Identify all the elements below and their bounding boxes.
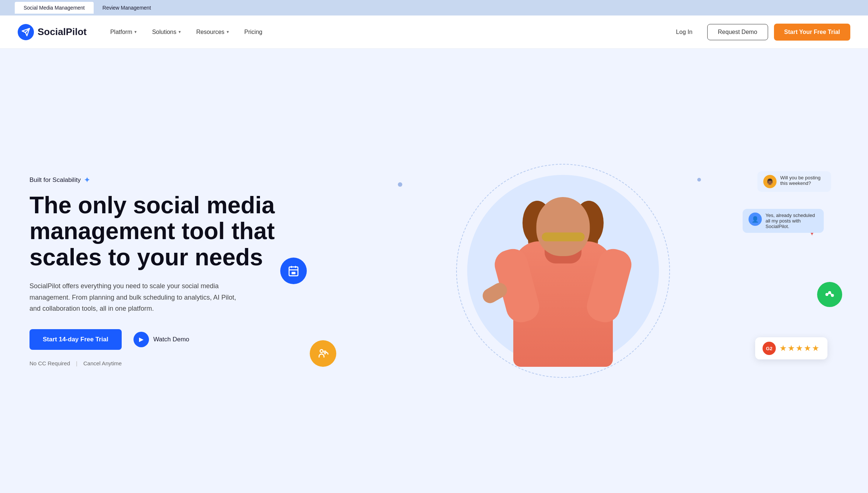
request-demo-button[interactable]: Request Demo: [707, 24, 768, 40]
trial-button[interactable]: Start 14-day Free Trial: [29, 329, 122, 350]
chevron-down-icon: ▼: [178, 30, 181, 34]
nav-right: Log In Request Demo Start Your Free Tria…: [667, 24, 850, 41]
sparkle-icon: ✦: [84, 175, 90, 185]
chat-avatar-2: 👤: [749, 213, 762, 226]
nav-pricing[interactable]: Pricing: [239, 26, 268, 38]
logo-text: SocialPilot: [38, 26, 87, 38]
svg-point-5: [320, 349, 323, 352]
nav-solutions[interactable]: Solutions ▼: [146, 26, 187, 38]
navbar: SocialPilot Platform ▼ Solutions ▼ Resou…: [0, 15, 868, 49]
logo-link[interactable]: SocialPilot: [18, 24, 87, 40]
team-bubble: [310, 340, 336, 367]
nav-links: Platform ▼ Solutions ▼ Resources ▼ Prici…: [104, 26, 667, 38]
nav-platform[interactable]: Platform ▼: [104, 26, 143, 38]
svg-line-11: [831, 293, 832, 295]
topbar-review-management[interactable]: Review Management: [94, 2, 160, 14]
logo-icon: [18, 24, 34, 40]
chevron-down-icon: ▼: [134, 30, 138, 34]
start-free-trial-button[interactable]: Start Your Free Trial: [774, 24, 850, 41]
footnote-divider: |: [76, 360, 77, 366]
analytics-bubble: [817, 282, 842, 307]
svg-rect-0: [289, 267, 298, 276]
g2-rating: G2 ★★★★★: [755, 337, 827, 359]
g2-badge: G2: [763, 342, 776, 355]
chat-bubble-1: 👨🏾 Will you be posting this weekend?: [757, 171, 831, 192]
decoration-dot-tl: [398, 182, 402, 187]
person-glasses: [542, 232, 584, 241]
chat-avatar-1: 👨🏾: [763, 175, 777, 188]
hero-cta: Start 14-day Free Trial ▶ Watch Demo: [29, 329, 288, 350]
watch-demo-button[interactable]: ▶ Watch Demo: [133, 332, 190, 347]
svg-line-10: [828, 293, 829, 294]
hero-footnote: No CC Required | Cancel Anytime: [29, 360, 288, 366]
login-button[interactable]: Log In: [667, 25, 701, 39]
hero-section: Built for Scalability ✦ The only social …: [0, 49, 868, 493]
star-rating: ★★★★★: [780, 344, 820, 353]
hero-badge: Built for Scalability ✦: [29, 175, 288, 185]
hero-description: SocialPilot offers everything you need t…: [29, 280, 243, 314]
hero-title: The only social media management tool th…: [29, 192, 288, 270]
nav-resources[interactable]: Resources ▼: [190, 26, 235, 38]
svg-point-7: [826, 294, 828, 296]
person-head: [537, 197, 590, 256]
chevron-down-icon: ▼: [226, 30, 230, 34]
play-icon: ▶: [133, 332, 149, 347]
calendar-bubble: [280, 258, 307, 284]
decoration-dot-tr: [697, 178, 701, 182]
hero-left: Built for Scalability ✦ The only social …: [29, 175, 288, 366]
hero-right: ♥ 👨🏾 Will you be posting this weekend? 👤…: [288, 160, 839, 382]
svg-rect-4: [292, 272, 296, 275]
topbar-social-media[interactable]: Social Media Management: [15, 2, 94, 14]
top-bar: Social Media Management Review Managemen…: [0, 0, 868, 15]
hero-person: [504, 175, 622, 367]
chat-bubble-2: 👤 Yes, already scheduled all my posts wi…: [743, 209, 824, 233]
